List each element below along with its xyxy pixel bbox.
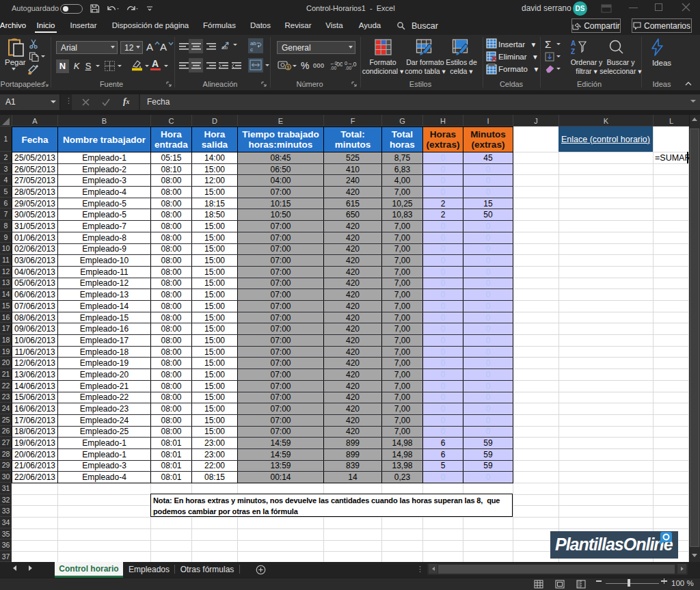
svg-text:.00: .00: [345, 66, 351, 70]
svg-text:Z: Z: [571, 48, 575, 55]
svg-text:.00: .00: [330, 66, 336, 70]
svg-text:ab: ab: [221, 44, 228, 51]
svg-text:A: A: [571, 40, 576, 47]
svg-text:00: 00: [336, 61, 342, 68]
svg-text:c: c: [250, 46, 253, 52]
svg-text:ab: ab: [250, 40, 256, 46]
svg-text:$: $: [287, 65, 290, 70]
